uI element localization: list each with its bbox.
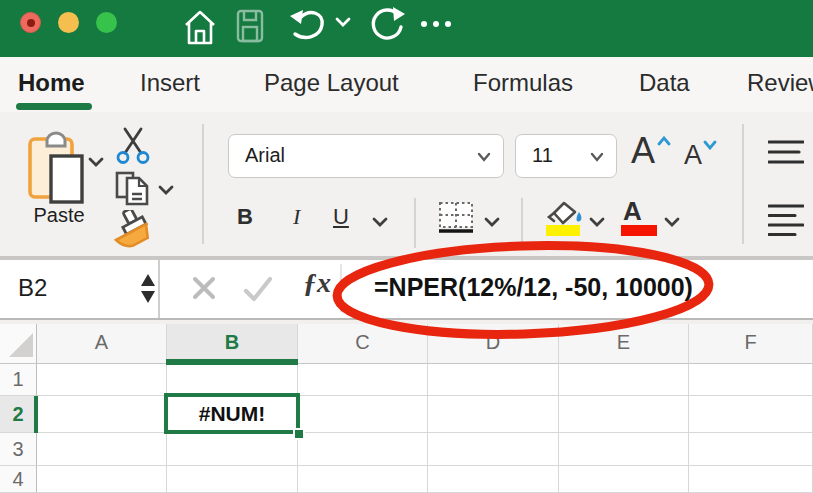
insert-function-icon[interactable]: ƒx (303, 267, 331, 299)
ribbon-divider (202, 124, 204, 244)
cell-F1[interactable] (689, 364, 813, 396)
ribbon-divider (742, 124, 744, 244)
tab-data[interactable]: Data (639, 69, 690, 97)
decrease-font-caret-icon (703, 140, 717, 150)
enter-check-icon[interactable] (243, 276, 273, 302)
undo-icon[interactable] (288, 5, 328, 47)
zoom-button[interactable] (96, 12, 117, 33)
copy-menu-chevron-icon[interactable] (158, 184, 174, 196)
format-painter-icon[interactable] (106, 210, 156, 254)
cell-E3[interactable] (559, 433, 689, 466)
select-all-button[interactable] (0, 324, 37, 364)
paste-icon[interactable] (27, 129, 85, 205)
active-tab-indicator (16, 103, 92, 110)
column-header-a[interactable]: A (37, 324, 167, 364)
fill-color-chevron-icon[interactable] (589, 216, 605, 228)
underline-menu-chevron-icon[interactable] (372, 216, 388, 228)
cell-A1[interactable] (37, 364, 167, 396)
column-header-c[interactable]: C (298, 324, 428, 364)
select-all-triangle-icon (9, 333, 33, 357)
ribbon-divider (414, 198, 416, 248)
font-size-select[interactable]: 11 (515, 134, 617, 178)
fill-color-icon[interactable] (546, 200, 584, 228)
grid-row-3: 3 (0, 433, 813, 466)
cell-A2[interactable] (37, 396, 167, 433)
paste-menu-chevron-icon[interactable] (88, 156, 104, 168)
cell-A3[interactable] (37, 433, 167, 466)
cell-F4[interactable] (689, 466, 813, 493)
fill-handle[interactable] (293, 428, 305, 440)
copy-icon[interactable] (114, 170, 154, 208)
borders-icon[interactable] (436, 200, 476, 236)
more-icon[interactable] (421, 21, 451, 27)
column-header-d[interactable]: D (428, 324, 559, 364)
row-header-3[interactable]: 3 (0, 433, 37, 466)
cell-C2[interactable] (298, 396, 428, 433)
cell-D4[interactable] (428, 466, 559, 493)
column-header-f[interactable]: F (689, 324, 813, 364)
tab-home[interactable]: Home (18, 69, 85, 97)
redo-icon[interactable] (366, 5, 406, 47)
cell-C4[interactable] (298, 466, 428, 493)
row-header-1[interactable]: 1 (0, 364, 37, 396)
column-header-e[interactable]: E (559, 324, 689, 364)
ribbon-tab-row: Home Insert Page Layout Formulas Data Re… (0, 57, 813, 112)
cell-F3[interactable] (689, 433, 813, 466)
ribbon: Paste (0, 112, 813, 258)
increase-font-caret-icon (657, 136, 671, 146)
cell-D3[interactable] (428, 433, 559, 466)
grid-row-4: 4 (0, 466, 813, 493)
cell-A4[interactable] (37, 466, 167, 493)
formula-input[interactable]: =NPER(12%/12, -50, 10000) (374, 260, 693, 315)
formula-bar: B2 ƒx =NPER(12%/12, -50, 10000) (0, 258, 813, 320)
cell-B3[interactable] (167, 433, 298, 466)
cell-C1[interactable] (298, 364, 428, 396)
cell-D2[interactable] (428, 396, 559, 433)
borders-menu-chevron-icon[interactable] (484, 216, 500, 228)
home-icon[interactable] (182, 6, 218, 48)
italic-button[interactable]: I (293, 204, 300, 230)
cancel-icon[interactable] (192, 276, 216, 300)
selected-cell-b2[interactable]: #NUM! (164, 393, 300, 434)
tab-insert[interactable]: Insert (140, 69, 200, 97)
grid-body: 1234 (0, 364, 813, 493)
name-box-spinner-up-icon[interactable] (141, 274, 155, 286)
decrease-font-size-button[interactable]: A (684, 140, 702, 171)
name-box-spinner-down-icon[interactable] (141, 291, 155, 303)
align-text-left-icon[interactable] (768, 203, 804, 239)
row-header-4[interactable]: 4 (0, 466, 37, 493)
font-size-value: 11 (532, 135, 553, 176)
row-header-2[interactable]: 2 (0, 396, 37, 433)
save-icon[interactable] (236, 9, 264, 43)
cell-E4[interactable] (559, 466, 689, 493)
grid-row-1: 1 (0, 364, 813, 396)
font-size-chevron-icon[interactable] (590, 152, 604, 162)
cell-B4[interactable] (167, 466, 298, 493)
tab-page-layout[interactable]: Page Layout (264, 69, 399, 97)
increase-font-size-button[interactable]: A (631, 130, 655, 172)
close-button[interactable] (20, 12, 41, 33)
font-family-select[interactable]: Arial (228, 134, 504, 178)
bold-button[interactable]: B (237, 204, 253, 230)
cut-icon[interactable] (116, 126, 150, 164)
minimize-button[interactable] (58, 12, 79, 33)
cell-C3[interactable] (298, 433, 428, 466)
undo-menu-chevron-icon[interactable] (335, 16, 351, 28)
tab-formulas[interactable]: Formulas (473, 69, 573, 97)
align-middle-icon[interactable] (768, 139, 804, 167)
underline-button[interactable]: U (333, 204, 349, 230)
fill-color-swatch[interactable] (546, 225, 580, 236)
cell-F2[interactable] (689, 396, 813, 433)
name-box[interactable]: B2 (0, 260, 160, 318)
paste-label[interactable]: Paste (24, 204, 94, 227)
cell-D1[interactable] (428, 364, 559, 396)
font-color-swatch[interactable] (621, 225, 657, 236)
tab-review[interactable]: Review (747, 69, 813, 97)
font-color-button[interactable]: A (623, 196, 642, 227)
cell-B1[interactable] (167, 364, 298, 396)
cell-E1[interactable] (559, 364, 689, 396)
column-header-b[interactable]: B (167, 324, 298, 364)
font-family-chevron-icon[interactable] (477, 152, 491, 162)
cell-E2[interactable] (559, 396, 689, 433)
font-color-chevron-icon[interactable] (664, 216, 680, 228)
